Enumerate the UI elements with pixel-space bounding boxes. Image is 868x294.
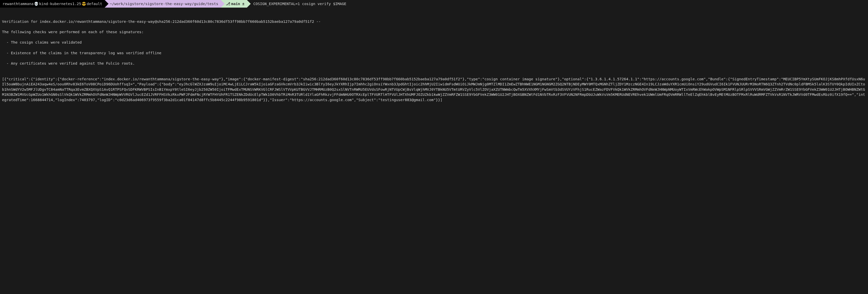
prompt-git-segment: ⎇ main ± — [221, 0, 247, 8]
output-checks-header: The following checks were performed on e… — [2, 29, 866, 35]
terminal-output: Verification for index.docker.io/rewanth… — [0, 8, 868, 109]
prompt-command: COSIGN_EXPERIMENTAL=1 cosign verify $IMA… — [253, 1, 346, 6]
prompt-host-segment: rewanthtammana💀kind-kubernetes1.25😎defau… — [0, 0, 105, 8]
prompt-namespace: default — [87, 1, 102, 6]
output-check-transparency: - Existence of the claims in the transpa… — [2, 51, 866, 56]
branch-icon: ⎇ — [226, 1, 230, 6]
output-verification-header: Verification for index.docker.io/rewanth… — [2, 19, 866, 24]
terminal-prompt[interactable]: rewanthtammana💀kind-kubernetes1.25😎defau… — [0, 0, 868, 8]
output-check-fulcio: - Any certificates were verified against… — [2, 61, 866, 66]
smiley-icon: 😎 — [82, 1, 86, 6]
skull-icon: 💀 — [34, 1, 38, 6]
prompt-path: ~/work/sigstore/sigstore-the-easy-way/gu… — [110, 1, 218, 6]
prompt-user: rewanthtammana — [3, 1, 33, 6]
prompt-context: kind-kubernetes1.25 — [39, 1, 81, 6]
prompt-path-segment: ~/work/sigstore/sigstore-the-easy-way/gu… — [105, 0, 221, 8]
output-check-claims: - The cosign claims were validated — [2, 40, 866, 45]
output-json-payload: [{"critical":{"identity":{"docker-refere… — [2, 76, 866, 103]
prompt-command-segment: COSIGN_EXPERIMENTAL=1 cosign verify $IMA… — [247, 0, 349, 8]
prompt-branch: main ± — [231, 1, 244, 6]
